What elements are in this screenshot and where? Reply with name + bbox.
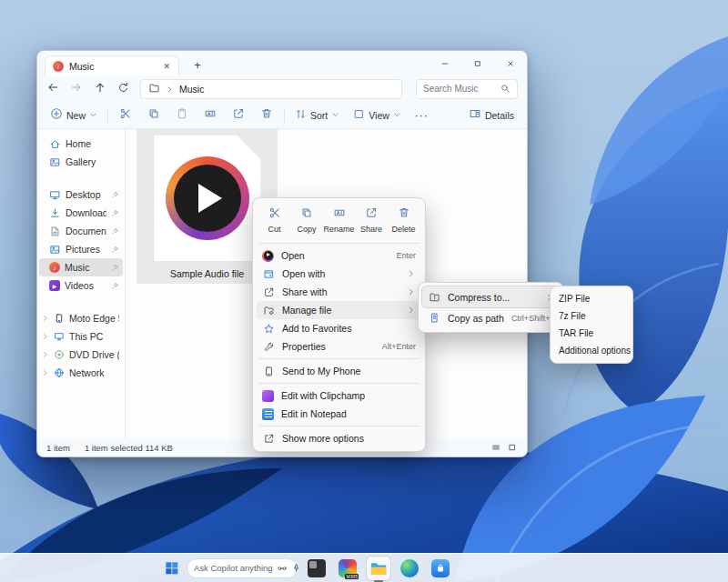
menu-item-manage-file[interactable]: Manage file <box>257 301 421 319</box>
sidebar-item-this-pc[interactable]: This PC <box>39 327 123 346</box>
delete-quick-button[interactable]: Delete <box>388 204 420 236</box>
menu-item-share-with[interactable]: Share with <box>257 283 421 301</box>
submenu-item-zip-file[interactable]: ZIP File <box>554 290 629 307</box>
close-button[interactable] <box>494 51 527 75</box>
start-button[interactable] <box>164 560 179 576</box>
items-count: 1 item <box>46 443 70 453</box>
pin-icon <box>111 246 119 254</box>
copy-quick-button[interactable]: Copy <box>291 204 323 236</box>
menu-item-properties[interactable]: Properties Alt+Enter <box>257 337 421 356</box>
sidebar-item-documents[interactable]: Documents <box>39 222 123 240</box>
menu-item-label: ZIP File <box>559 294 624 304</box>
new-button[interactable]: New <box>46 105 101 125</box>
tab-music[interactable]: ♪ Music ✕ <box>45 55 179 75</box>
details-button[interactable]: Details <box>465 105 518 125</box>
paste-button[interactable] <box>171 107 193 124</box>
address-bar[interactable]: Music <box>140 79 402 99</box>
chevron-right-icon[interactable] <box>42 351 49 358</box>
share-quick-button[interactable]: Share <box>356 204 388 236</box>
sidebar-item-label: This PC <box>69 331 119 342</box>
share-icon <box>365 206 378 223</box>
sidebar-item-home[interactable]: Home <box>39 135 123 153</box>
submenu-item-7z-file[interactable]: 7z File <box>554 307 629 325</box>
share-button[interactable] <box>228 107 249 124</box>
sidebar-item-label: Home <box>66 138 119 149</box>
sidebar-item-dvd-drive[interactable]: DVD Drive (D:) CCC <box>39 346 123 364</box>
pictures-icon <box>49 244 61 256</box>
taskbar-app-file-explorer[interactable] <box>367 557 390 580</box>
menu-item-edit-in-notepad[interactable]: Edit in Notepad <box>257 405 421 423</box>
sort-icon <box>295 107 307 124</box>
taskbar-app-m365-copilot[interactable]: M365 <box>336 557 359 580</box>
desktop: ♪ Music ✕ + Music Search Music <box>0 0 728 582</box>
minimize-button[interactable] <box>429 51 461 75</box>
menu-item-label: 7z File <box>559 311 624 321</box>
sidebar-item-phone-device[interactable]: Moto Edge 50 Neo <box>39 309 123 327</box>
window-controls <box>429 51 527 75</box>
icon-view-toggle[interactable] <box>507 442 518 453</box>
maximize-button[interactable] <box>461 51 494 75</box>
forward-button[interactable] <box>70 81 83 97</box>
more-options-button[interactable]: ··· <box>411 109 432 122</box>
cut-button[interactable] <box>115 107 136 124</box>
chevron-down-icon <box>89 111 97 119</box>
sidebar-item-pictures[interactable]: Pictures <box>39 240 123 258</box>
this-pc-icon <box>54 331 65 342</box>
rename-quick-button[interactable]: Rename <box>323 204 355 236</box>
mic-icon[interactable] <box>291 563 301 573</box>
menu-item-label: Copy as path <box>448 313 504 324</box>
taskbar-search-input[interactable]: Ask Copilot anything <box>187 558 298 578</box>
menu-divider <box>258 358 420 359</box>
submenu-item-copy-as-path[interactable]: Copy as path Ctrl+Shift+C <box>422 307 560 328</box>
sidebar-item-music[interactable]: ♪ Music <box>39 258 123 276</box>
sidebar-item-desktop[interactable]: Desktop <box>39 186 123 204</box>
list-view-toggle[interactable] <box>490 442 501 453</box>
copy-button[interactable] <box>143 107 165 124</box>
menu-item-open-with[interactable]: Open with <box>257 265 421 283</box>
trash-icon <box>260 107 273 124</box>
media-ring <box>166 156 249 240</box>
chevron-right-icon[interactable] <box>42 315 49 322</box>
copy-icon <box>300 206 313 223</box>
menu-item-add-to-favorites[interactable]: Add to Favorites <box>257 319 421 337</box>
toolbar-divider <box>107 108 108 123</box>
taskbar-app-task-view[interactable] <box>305 557 329 580</box>
glasses-icon <box>277 563 288 574</box>
delete-button[interactable] <box>256 107 278 124</box>
view-button[interactable]: View <box>349 105 405 125</box>
menu-item-send-to-my-phone[interactable]: Send to My Phone <box>257 362 421 380</box>
context-menu: Cut Copy Rename Share Delete Open <box>252 197 426 452</box>
taskbar-app-edge[interactable] <box>398 557 421 580</box>
refresh-button[interactable] <box>117 81 129 97</box>
sidebar: Home Gallery Desktop Downloads <box>37 129 126 438</box>
rename-button[interactable] <box>199 107 221 124</box>
sidebar-item-label: Desktop <box>66 189 106 200</box>
cut-quick-button[interactable]: Cut <box>258 204 290 236</box>
sidebar-item-downloads[interactable]: Downloads <box>39 204 123 222</box>
videos-icon: ▶ <box>49 280 60 291</box>
store-bag-icon <box>435 563 446 574</box>
new-tab-button[interactable]: + <box>188 55 207 74</box>
tab-close-icon[interactable]: ✕ <box>160 62 173 71</box>
search-input[interactable]: Search Music <box>416 79 518 99</box>
submenu-item-compress-to[interactable]: Compress to... <box>422 286 560 307</box>
submenu-item-tar-file[interactable]: TAR File <box>554 325 629 342</box>
chevron-right-icon[interactable] <box>42 369 49 376</box>
up-button[interactable] <box>94 81 106 97</box>
menu-item-open[interactable]: Open Enter <box>257 246 421 265</box>
file-explorer-icon <box>369 559 388 577</box>
menu-item-show-more-options[interactable]: Show more options <box>257 429 421 447</box>
sort-button[interactable]: Sort <box>291 105 343 125</box>
quick-action-label: Copy <box>297 225 316 234</box>
chevron-right-icon[interactable] <box>42 333 49 340</box>
taskbar-app-microsoft-store[interactable] <box>429 557 452 580</box>
refresh-icon <box>117 81 129 97</box>
submenu-item-additional-options[interactable]: Additional options <box>554 342 629 359</box>
pin-icon <box>111 227 119 236</box>
sidebar-item-network[interactable]: Network <box>39 364 123 382</box>
menu-item-edit-with-clipchamp[interactable]: Edit with Clipchamp <box>257 386 421 405</box>
copy-icon <box>147 107 160 124</box>
sidebar-item-gallery[interactable]: Gallery <box>39 153 123 171</box>
back-button[interactable] <box>46 81 59 97</box>
sidebar-item-videos[interactable]: ▶ Videos <box>39 276 123 295</box>
